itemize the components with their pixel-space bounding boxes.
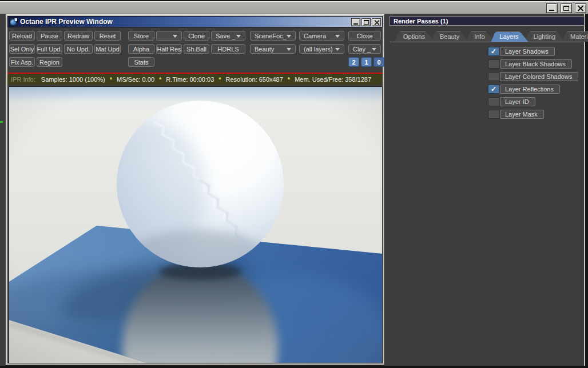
ipr-window-content: Octane IPR Preview Window Reload Pause R… xyxy=(7,16,383,363)
ipr-stat-rtime: R.Time: 00:00:03 xyxy=(166,76,214,83)
layer-id-toggle[interactable]: Layer ID xyxy=(488,97,535,106)
layer-reflections-toggle[interactable]: Layer Reflections xyxy=(488,85,560,94)
layer-black-shadows-toggle[interactable]: Layer Black Shadows xyxy=(488,59,572,69)
separator: * xyxy=(110,76,112,83)
store-button[interactable]: Store xyxy=(128,31,154,41)
maximize-icon xyxy=(364,20,369,25)
window-minimize-button[interactable] xyxy=(351,18,360,26)
layers-dropdown[interactable]: (all layers) xyxy=(299,44,344,54)
sel-only-button[interactable]: Sel Only xyxy=(9,44,35,54)
checkbox-icon xyxy=(488,47,499,56)
maximize-icon xyxy=(563,6,569,11)
tab-materials[interactable]: Materials xyxy=(562,31,588,42)
toolbar-row-3: Fix Asp. Region Stats 2 1 0 xyxy=(7,57,383,67)
layer-mask-toggle[interactable]: Layer Mask xyxy=(488,110,544,119)
separator: * xyxy=(159,76,161,83)
app-minimize-button[interactable] xyxy=(546,3,558,13)
dropdown-label: Camera xyxy=(304,33,326,39)
chevron-down-icon xyxy=(236,35,241,38)
app-maximize-button[interactable] xyxy=(561,3,572,13)
shader-ball-button[interactable]: Sh.Ball xyxy=(184,44,209,54)
dropdown-label: SceneFoc_ xyxy=(255,33,287,39)
tab-label: Materials xyxy=(570,33,588,40)
dropdown-label: Beauty xyxy=(255,46,274,53)
ipr-stat-resolution: Resolution: 650x487 xyxy=(226,76,283,83)
no-update-button[interactable]: No Upd. xyxy=(64,44,93,54)
save-dropdown[interactable]: Save _ xyxy=(211,31,245,41)
app-titlebar xyxy=(0,0,588,14)
render-passes-tabs: Options Beauty Info Layers Lighting Mate… xyxy=(395,31,588,42)
render-pass-dropdown[interactable]: Beauty xyxy=(250,44,296,54)
ipr-stat-mssec: MS/Sec: 0.00 xyxy=(117,76,154,83)
chevron-down-icon xyxy=(287,35,291,38)
clay-dropdown[interactable]: Clay _ xyxy=(348,44,381,54)
tab-beauty[interactable]: Beauty xyxy=(431,31,469,42)
hdrls-button[interactable]: HDRLS xyxy=(211,44,245,54)
reset-button[interactable]: Reset xyxy=(94,31,121,41)
checkbox-icon xyxy=(488,72,499,81)
minimize-icon xyxy=(549,10,554,11)
ipr-info-label: IPR Info: xyxy=(11,76,35,83)
full-update-button[interactable]: Full Upd. xyxy=(37,44,62,54)
ipr-window-titlebar[interactable]: Octane IPR Preview Window xyxy=(7,16,383,27)
pause-button[interactable]: Pause xyxy=(37,31,62,41)
checkbox-icon xyxy=(488,110,499,119)
tab-label: Options xyxy=(403,33,425,40)
minimize-icon xyxy=(353,23,358,25)
fix-aspect-button[interactable]: Fix Asp. xyxy=(9,57,35,67)
layer-toggle-label: Layer Black Shadows xyxy=(500,59,572,69)
layer-2-button[interactable]: 2 xyxy=(348,57,359,67)
tab-underline xyxy=(390,42,585,42)
tab-layers[interactable]: Layers xyxy=(491,31,529,42)
app-close-button[interactable] xyxy=(575,3,586,13)
tab-label: Layers xyxy=(500,33,519,40)
scene-focus-dropdown[interactable]: SceneFoc_ xyxy=(250,31,296,41)
layer-toggle-label: Layer Shadows xyxy=(500,47,555,56)
rendered-scene xyxy=(9,87,382,363)
chevron-down-icon xyxy=(335,35,340,38)
render-passes-title: Render Passes (1) xyxy=(394,18,448,25)
render-passes-titlebar: Render Passes (1) xyxy=(390,16,585,26)
half-res-button[interactable]: Half Res xyxy=(156,44,182,54)
tab-info[interactable]: Info xyxy=(466,31,494,42)
clone-button[interactable]: Clone xyxy=(184,31,209,41)
chevron-down-icon xyxy=(173,35,177,38)
layer-toggle-label: Layer ID xyxy=(500,97,535,106)
region-button[interactable]: Region xyxy=(37,57,62,67)
screen-edge xyxy=(585,14,588,368)
viewport-edge-artifact xyxy=(0,121,3,123)
store-slot-dropdown[interactable] xyxy=(156,31,182,41)
camera-dropdown[interactable]: Camera xyxy=(299,31,344,41)
layer-0-button[interactable]: 0 xyxy=(374,57,384,67)
layer-toggle-label: Layer Reflections xyxy=(500,85,560,94)
layer-toggle-label: Layer Mask xyxy=(500,110,544,119)
screen: Octane IPR Preview Window Reload Pause R… xyxy=(0,0,588,368)
alpha-button[interactable]: Alpha xyxy=(128,44,154,54)
window-close-button[interactable] xyxy=(372,18,381,26)
ipr-preview-window: Octane IPR Preview Window Reload Pause R… xyxy=(6,14,384,365)
mat-update-button[interactable]: Mat Upd xyxy=(94,44,121,54)
tab-lighting[interactable]: Lighting xyxy=(525,31,566,42)
layer-shadows-toggle[interactable]: Layer Shadows xyxy=(488,47,555,56)
ipr-stat-samples: Samples: 1000 (100%) xyxy=(41,76,105,83)
close-icon xyxy=(374,20,380,25)
screen-bottom-edge xyxy=(0,366,588,368)
reload-button[interactable]: Reload xyxy=(9,31,35,41)
layer-1-button[interactable]: 1 xyxy=(361,57,372,67)
checkbox-icon xyxy=(488,59,499,69)
chevron-down-icon xyxy=(335,48,340,51)
redraw-button[interactable]: Redraw xyxy=(64,31,93,41)
toolbar-row-2: Sel Only Full Upd. No Upd. Mat Upd Alpha… xyxy=(7,44,383,54)
render-viewport[interactable] xyxy=(9,87,382,363)
tab-options[interactable]: Options xyxy=(395,31,435,42)
close-render-button[interactable]: Close xyxy=(348,31,381,41)
close-icon xyxy=(577,5,584,11)
separator: * xyxy=(218,76,221,83)
separator: * xyxy=(288,76,290,83)
stats-button[interactable]: Stats xyxy=(128,57,154,67)
tab-label: Info xyxy=(474,33,484,40)
window-maximize-button[interactable] xyxy=(361,18,371,26)
dropdown-label: (all layers) xyxy=(304,46,333,53)
layer-colored-shadows-toggle[interactable]: Layer Colored Shadows xyxy=(488,72,578,81)
tab-label: Lighting xyxy=(534,33,556,40)
